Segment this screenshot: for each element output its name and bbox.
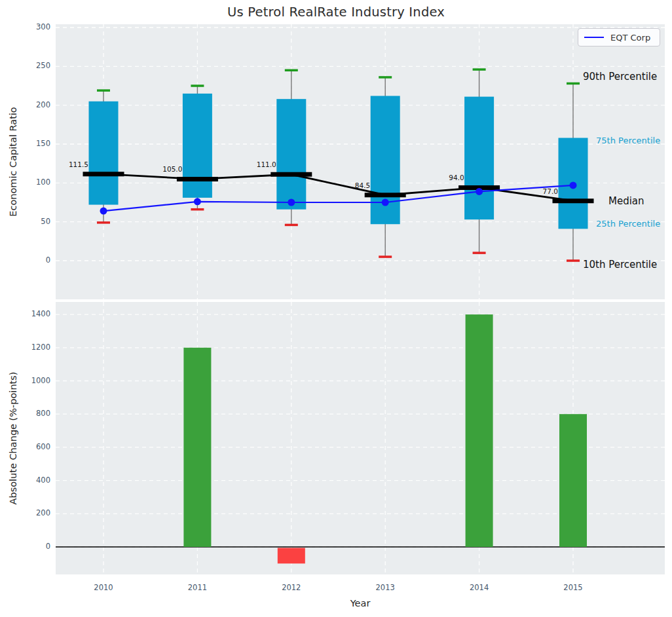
x-tick-2013: 2013	[359, 583, 411, 592]
eqt-corp-dot-2013	[382, 198, 389, 206]
box-2014	[464, 97, 494, 219]
bar-2012	[278, 548, 305, 564]
y-tick-top-100: 100	[0, 178, 50, 187]
y-tick-bottom-800: 800	[0, 409, 50, 418]
legend-label: EQT Corp	[610, 33, 650, 43]
y-tick-bottom-1200: 1200	[0, 343, 50, 352]
y-tick-bottom-0: 0	[0, 542, 50, 551]
x-tick-2010: 2010	[77, 583, 130, 592]
median-value-label-2011: 105.0	[130, 165, 182, 173]
x-axis-label: Year	[350, 598, 371, 608]
eqt-corp-dot-2014	[476, 188, 483, 195]
median-value-label-2013: 84.5	[318, 181, 370, 189]
annotation-90th-percentile: 90th Percentile	[583, 71, 657, 83]
y-tick-bottom-1000: 1000	[0, 376, 50, 385]
median-value-label-2012: 111.0	[224, 160, 276, 168]
y-tick-bottom-400: 400	[0, 476, 50, 485]
legend: EQT Corp	[578, 28, 660, 47]
x-tick-2012: 2012	[265, 583, 318, 592]
x-tick-2011: 2011	[171, 583, 223, 592]
y-tick-bottom-600: 600	[0, 442, 50, 451]
y-tick-top-250: 250	[0, 61, 50, 70]
bar-2015	[559, 414, 587, 547]
y-tick-bottom-1400: 1400	[0, 309, 50, 318]
y-axis-label-bottom: Absolute Change (%-points)	[8, 372, 18, 505]
median-value-label-2014: 94.0	[412, 174, 464, 181]
bar-2011	[183, 348, 211, 547]
annotation-10th-percentile: 10th Percentile	[583, 259, 657, 271]
y-axis-label-top: Economic Capital Ratio	[8, 107, 18, 216]
eqt-corp-dot-2011	[194, 198, 201, 205]
box-2011	[183, 94, 212, 198]
eqt-corp-dot-2010	[100, 208, 107, 215]
y-tick-top-200: 200	[0, 100, 50, 109]
plot-canvas	[0, 0, 672, 617]
chart-title: Us Petrol RealRate Industry Index	[0, 5, 672, 20]
y-tick-bottom-200: 200	[0, 508, 50, 517]
box-2010	[89, 102, 119, 205]
y-tick-top-0: 0	[0, 255, 50, 265]
median-value-label-2010: 111.5	[36, 160, 88, 168]
x-tick-2015: 2015	[547, 583, 599, 592]
y-tick-top-300: 300	[0, 22, 50, 31]
eqt-corp-dot-2015	[570, 181, 577, 189]
chart-figure: Us Petrol RealRate Industry Index Econom…	[0, 0, 672, 617]
eqt-corp-dot-2012	[288, 198, 295, 206]
legend-line-sample-icon	[584, 37, 604, 38]
annotation-25th-percentile: 25th Percentile	[596, 219, 660, 229]
box-2012	[276, 99, 306, 210]
bar-2014	[466, 314, 493, 547]
y-tick-top-150: 150	[0, 139, 50, 148]
annotation-median: Median	[608, 195, 644, 207]
annotation-75th-percentile: 75th Percentile	[596, 136, 660, 145]
x-tick-2014: 2014	[453, 583, 506, 592]
y-tick-top-50: 50	[0, 217, 50, 226]
median-value-label-2015: 77.0	[506, 187, 558, 195]
